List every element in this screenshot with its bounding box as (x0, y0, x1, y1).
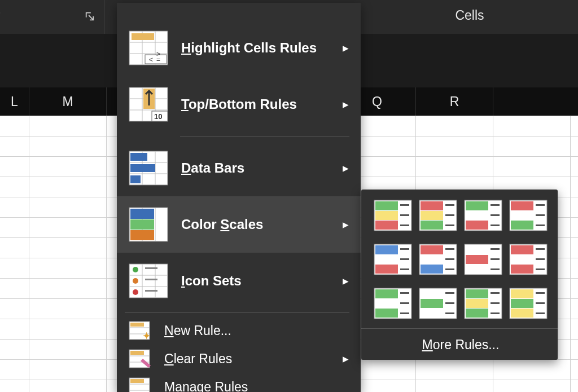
svg-rect-60 (400, 204, 409, 206)
svg-rect-106 (511, 245, 533, 254)
color-scale-preset[interactable] (419, 244, 457, 275)
color-scale-gallery (374, 200, 548, 319)
svg-rect-123 (445, 292, 454, 294)
color-scale-preset[interactable] (509, 244, 548, 275)
conditional-formatting-menu: < = > Highlight Cells Rules ▸ 10 Top/Bot… (117, 3, 361, 392)
column-header[interactable]: R (416, 87, 493, 116)
menu-label: Clear Rules (164, 351, 343, 367)
svg-rect-122 (421, 309, 443, 318)
svg-rect-31 (130, 230, 154, 240)
svg-rect-25 (130, 175, 141, 183)
svg-rect-116 (400, 292, 409, 294)
svg-rect-6 (145, 55, 167, 64)
color-scale-preset[interactable] (464, 244, 502, 275)
svg-rect-85 (375, 245, 398, 254)
svg-rect-127 (466, 289, 488, 298)
top-bottom-icon: 10 (128, 86, 169, 122)
svg-rect-138 (536, 302, 545, 304)
svg-rect-89 (400, 258, 409, 260)
svg-rect-99 (466, 245, 488, 254)
svg-rect-103 (491, 258, 500, 260)
svg-rect-124 (445, 302, 454, 304)
icon-sets-icon (128, 263, 169, 299)
svg-rect-100 (466, 255, 488, 264)
color-scale-preset[interactable] (464, 288, 502, 319)
svg-rect-40 (145, 267, 157, 269)
svg-rect-95 (445, 248, 454, 250)
svg-rect-72 (466, 211, 488, 220)
color-scale-preset[interactable] (374, 244, 412, 275)
svg-rect-74 (491, 204, 500, 206)
svg-rect-61 (400, 214, 409, 216)
menu-label: Data Bars (181, 160, 343, 176)
data-bars-icon (128, 150, 169, 186)
svg-rect-97 (445, 268, 454, 270)
svg-rect-64 (421, 201, 443, 210)
svg-rect-88 (400, 248, 409, 250)
svg-rect-135 (511, 299, 533, 308)
menu-color-scales[interactable]: Color Scales ▸ (117, 196, 361, 253)
svg-rect-46 (130, 323, 144, 327)
svg-rect-139 (536, 312, 545, 314)
submenu-arrow-icon: ▸ (343, 274, 351, 288)
color-scales-icon (128, 206, 169, 243)
svg-rect-55 (130, 379, 144, 383)
svg-rect-5 (132, 33, 154, 40)
menu-highlight-cells-rules[interactable]: < = > Highlight Cells Rules ▸ (117, 20, 361, 76)
svg-rect-125 (445, 312, 454, 314)
svg-rect-66 (421, 221, 443, 230)
svg-rect-107 (511, 255, 533, 264)
ribbon-group-cells: Cells (361, 0, 578, 34)
menu-label: Color Scales (181, 217, 343, 232)
svg-rect-75 (491, 214, 500, 216)
menu-manage-rules[interactable]: Manage Rules (117, 373, 361, 392)
svg-rect-87 (375, 265, 398, 274)
menu-top-bottom-rules[interactable]: 10 Top/Bottom Rules ▸ (117, 76, 361, 133)
svg-rect-101 (466, 265, 488, 274)
column-header[interactable]: L (0, 87, 29, 116)
svg-rect-73 (466, 221, 488, 230)
menu-data-bars[interactable]: Data Bars ▸ (117, 140, 361, 196)
color-scale-preset[interactable] (374, 288, 412, 319)
svg-rect-81 (536, 204, 545, 206)
svg-rect-131 (491, 302, 500, 304)
ribbon-group-cells-label: Cells (455, 8, 484, 23)
svg-rect-57 (375, 201, 398, 210)
submenu-arrow-icon: ▸ (343, 218, 351, 231)
svg-rect-71 (466, 201, 488, 210)
new-rule-icon: ✦ (128, 320, 151, 341)
svg-rect-120 (421, 289, 443, 298)
menu-icon-sets[interactable]: Icon Sets ▸ (117, 253, 361, 309)
menu-clear-rules[interactable]: Clear Rules ▸ (117, 345, 361, 373)
color-scale-preset[interactable] (419, 200, 457, 231)
svg-rect-121 (421, 299, 443, 308)
svg-rect-94 (421, 265, 443, 274)
svg-rect-78 (511, 201, 533, 210)
column-header[interactable]: M (29, 87, 107, 116)
svg-point-38 (133, 278, 138, 284)
svg-rect-68 (445, 214, 454, 216)
color-scale-preset[interactable] (419, 288, 457, 319)
svg-rect-109 (536, 248, 545, 250)
color-scale-preset[interactable] (509, 200, 548, 231)
menu-label: New Rule... (164, 323, 351, 338)
svg-rect-115 (375, 309, 398, 318)
dialog-launcher-icon[interactable] (85, 11, 96, 23)
svg-rect-102 (491, 248, 500, 250)
color-scale-preset[interactable] (509, 288, 548, 319)
svg-rect-42 (145, 290, 157, 292)
svg-rect-86 (375, 255, 398, 264)
more-rules-label: More Rules... (422, 337, 500, 353)
submenu-arrow-icon: ▸ (343, 161, 351, 175)
more-rules-item[interactable]: More Rules... (374, 329, 548, 360)
color-scales-submenu: More Rules... (361, 190, 558, 360)
color-scale-preset[interactable] (464, 200, 502, 231)
submenu-arrow-icon: ▸ (343, 41, 351, 55)
menu-new-rule[interactable]: ✦ New Rule... (117, 316, 361, 345)
svg-rect-130 (491, 292, 500, 294)
svg-rect-62 (400, 224, 409, 226)
svg-rect-23 (130, 153, 147, 161)
color-scale-preset[interactable] (374, 200, 412, 231)
svg-rect-104 (491, 268, 500, 270)
svg-rect-111 (536, 268, 545, 270)
